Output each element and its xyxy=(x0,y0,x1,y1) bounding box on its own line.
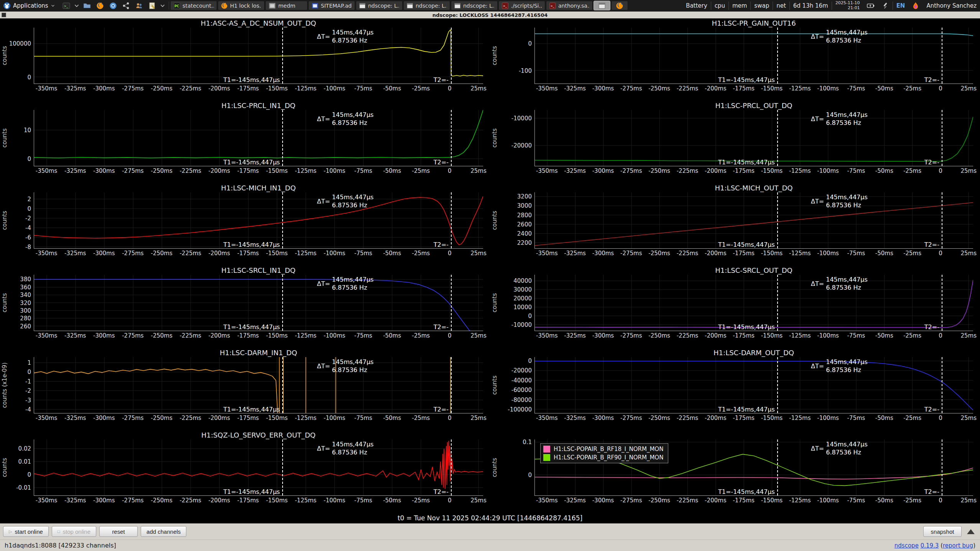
y-tick-label: -3 xyxy=(25,397,31,404)
tray-item-net[interactable]: net xyxy=(773,2,789,10)
plot-area[interactable]: ΔT=145ms,447µs6.87536 HzT1=-145ms,447µsT… xyxy=(534,192,973,249)
t2-cursor[interactable] xyxy=(451,357,452,413)
snapshot-button[interactable]: snapshot xyxy=(923,526,962,537)
tray-tool-icon[interactable] xyxy=(878,2,893,10)
t1-cursor[interactable] xyxy=(777,110,778,166)
x-tick-label: 0 xyxy=(939,250,942,257)
t1-cursor[interactable] xyxy=(282,192,283,248)
collapse-triangle-icon[interactable] xyxy=(967,529,975,534)
tray-item-en[interactable]: EN xyxy=(893,2,909,10)
t2-cursor[interactable] xyxy=(942,439,942,495)
tray-item-mem[interactable]: mem xyxy=(728,2,750,10)
t1-cursor[interactable] xyxy=(777,357,778,413)
t2-cursor[interactable] xyxy=(451,192,452,248)
t1-cursor[interactable] xyxy=(282,28,283,84)
t2-cursor[interactable] xyxy=(451,439,452,495)
window-titlebar[interactable]: ndscope: LOCKLOSS 1446864287.416504 xyxy=(0,11,980,18)
x-tick-label: -75ms xyxy=(354,85,372,92)
t2-cursor[interactable] xyxy=(451,110,452,166)
tray-item-swap[interactable]: swap xyxy=(750,2,773,10)
t1-cursor[interactable] xyxy=(282,439,283,495)
add-channels-button[interactable]: add channels xyxy=(141,526,186,537)
t2-cursor[interactable] xyxy=(942,357,942,413)
launcher-share-icon[interactable] xyxy=(120,2,132,10)
launcher-people-icon[interactable] xyxy=(133,2,145,10)
tray-item-battery[interactable]: Battery xyxy=(682,2,711,10)
t1-cursor[interactable] xyxy=(777,192,778,248)
plot-area[interactable]: ΔT=145ms,447µs6.87536 HzT1=-145ms,447µsT… xyxy=(534,439,973,496)
t1-cursor[interactable] xyxy=(777,439,778,495)
plot-area[interactable]: ΔT=145ms,447µs6.87536 HzT1=-145ms,447µsT… xyxy=(34,357,483,413)
tray-item-6d-13h-16m[interactable]: 6d 13h 16m xyxy=(789,2,832,10)
delta-t-values: 145ms,447µs6.87536 Hz xyxy=(332,111,374,127)
applications-menu[interactable]: Applications xyxy=(0,0,58,11)
launcher-chevron-down-icon[interactable] xyxy=(74,2,80,10)
t2-cursor[interactable] xyxy=(942,275,942,331)
statusbar-link[interactable]: report bug xyxy=(943,542,973,549)
window-button[interactable]: ndscope: L... xyxy=(403,1,450,10)
tray-flame-icon[interactable] xyxy=(908,2,923,10)
t2-cursor[interactable] xyxy=(942,28,942,84)
t2-cursor[interactable] xyxy=(451,275,452,331)
launcher-chromium-icon[interactable] xyxy=(107,2,119,10)
tool-icon xyxy=(881,2,889,10)
tray-user[interactable]: Anthony Sanchez xyxy=(923,2,980,10)
launcher-chevron-down-icon[interactable] xyxy=(159,2,166,10)
window-button[interactable]: >_./scripts/Si... xyxy=(498,1,545,10)
plot-area[interactable]: ΔT=145ms,447µs6.87536 HzT1=-145ms,447µsT… xyxy=(34,28,483,84)
x-tick-label: -100ms xyxy=(817,415,839,421)
x-tick-label: -225ms xyxy=(677,332,698,339)
t2-cursor[interactable] xyxy=(942,192,942,248)
t1-cursor[interactable] xyxy=(777,275,778,331)
plot-area[interactable]: ΔT=145ms,447µs6.87536 HzT1=-145ms,447µsT… xyxy=(534,357,973,413)
launcher-terminal-icon[interactable]: >_ xyxy=(61,2,72,10)
launcher-folder-icon[interactable] xyxy=(81,2,93,10)
tray-label: 6d 13h 16m xyxy=(793,2,828,9)
delta-t-freq: 6.87536 Hz xyxy=(826,202,868,210)
tray-battery-icon[interactable] xyxy=(863,2,878,10)
plot-area[interactable]: ΔT=145ms,447µs6.87536 HzT1=-145ms,447µsT… xyxy=(34,275,483,331)
statusbar-link[interactable]: ndscope xyxy=(894,542,919,549)
x-tick-label: -100ms xyxy=(324,415,345,421)
legend-entry[interactable]: H1:LSC-POPAIR_B_RF90_I_NORM_MON xyxy=(543,454,663,461)
plot-area[interactable]: ΔT=145ms,447µs6.87536 HzT1=-145ms,447µsT… xyxy=(534,28,973,84)
t1-cursor[interactable] xyxy=(282,110,283,166)
t1-cursor[interactable] xyxy=(282,357,283,413)
t1-cursor[interactable] xyxy=(282,275,283,331)
y-axis-label: counts xyxy=(490,110,499,166)
plot-area[interactable]: ΔT=145ms,447µs6.87536 HzT1=-145ms,447µsT… xyxy=(34,439,483,496)
window-button[interactable]: PCstatecount... xyxy=(170,1,217,10)
x-tick-label: -275ms xyxy=(122,85,143,92)
launcher-firefox-icon[interactable] xyxy=(94,2,106,10)
stop-online-button: □stop online xyxy=(52,526,96,537)
t1-cursor[interactable] xyxy=(777,28,778,84)
reset-button[interactable]: reset xyxy=(99,526,138,537)
window-button[interactable] xyxy=(594,1,610,10)
window-button[interactable]: >_anthony.sa... xyxy=(546,1,593,10)
window-button[interactable]: H1 lock los... xyxy=(218,1,265,10)
chevron-down-icon xyxy=(51,2,55,10)
x-tick-label: -50ms xyxy=(875,250,893,257)
plot-area[interactable]: ΔT=145ms,447µs6.87536 HzT1=-145ms,447µsT… xyxy=(34,192,483,249)
x-tick-area: -350ms-325ms-300ms-275ms-250ms-225ms-200… xyxy=(534,84,973,92)
trace xyxy=(535,34,973,36)
start-online-button[interactable]: ▷start online xyxy=(3,526,49,537)
plot-area[interactable]: ΔT=145ms,447µs6.87536 HzT1=-145ms,447µsT… xyxy=(534,275,973,331)
window-button[interactable]: medm xyxy=(265,1,307,10)
tray-item-cpu[interactable]: cpu xyxy=(711,2,728,10)
window-button[interactable]: SITEMAP.adl xyxy=(308,1,355,10)
tray-clock[interactable]: 2025-11-1021:01 xyxy=(832,2,863,10)
statusbar-link[interactable]: 0.19.3 xyxy=(921,542,939,549)
plot-area[interactable]: ΔT=145ms,447µs6.87536 HzT1=-145ms,447µsT… xyxy=(534,110,973,166)
launcher-notes-icon[interactable] xyxy=(146,2,158,10)
plot-canvas xyxy=(535,28,973,84)
window-button[interactable] xyxy=(611,1,628,10)
plot-area[interactable]: ΔT=145ms,447µs6.87536 HzT1=-145ms,447µsT… xyxy=(34,110,483,166)
t2-cursor[interactable] xyxy=(451,28,452,84)
t2-cursor[interactable] xyxy=(942,110,942,166)
window-button[interactable]: ndscope: L... xyxy=(451,1,498,10)
window-icon xyxy=(2,13,6,17)
window-button[interactable]: ndscope: L... xyxy=(356,1,403,10)
legend-entry[interactable]: H1:LSC-POPAIR_B_RF18_I_NORM_MON xyxy=(543,446,663,453)
y-tick-label: -0.01 xyxy=(16,484,31,491)
